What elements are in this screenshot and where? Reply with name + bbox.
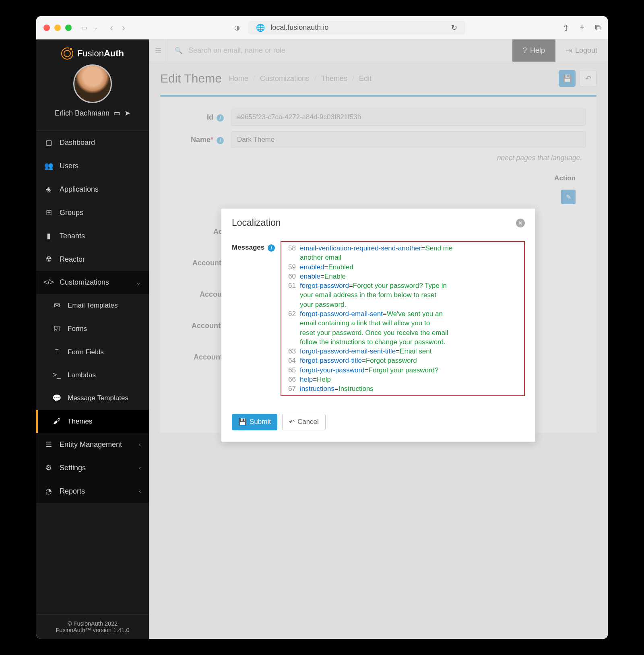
nav-themes[interactable]: 🖌Themes: [36, 410, 149, 433]
tabs-icon[interactable]: ⧉: [595, 23, 601, 33]
nav-email-templates[interactable]: ✉Email Templates: [36, 294, 149, 317]
modal-overlay: Localization ✕ Messages i 58email-verifi…: [149, 39, 608, 639]
nav-forward-icon[interactable]: ›: [122, 22, 125, 33]
terminal-icon: >_: [52, 371, 61, 379]
new-tab-icon[interactable]: +: [580, 23, 584, 33]
version: FusionAuth™ version 1.41.0: [36, 627, 149, 633]
window-maximize-icon[interactable]: [65, 25, 72, 31]
id-card-icon[interactable]: ▭: [114, 109, 120, 118]
nav-entity-management[interactable]: ☰Entity Management ‹: [36, 433, 149, 456]
brush-icon: 🖌: [52, 417, 61, 426]
refresh-icon[interactable]: ↻: [451, 23, 457, 32]
chevron-left-icon: ‹: [139, 441, 141, 448]
check-icon: ☑: [52, 324, 61, 333]
sidebar-toggle-icon[interactable]: ▭: [81, 24, 87, 31]
modal-close-button[interactable]: ✕: [516, 219, 525, 227]
envelope-icon: ✉: [52, 301, 61, 310]
browser-chrome: ▭ ⌄ ‹ › ◑ 🌐 local.fusionauth.io ↻ ⇧ + ⧉: [36, 16, 608, 39]
nav-reports[interactable]: ◔Reports ‹: [36, 479, 149, 503]
nav-forms[interactable]: ☑Forms: [36, 317, 149, 341]
brand-logo: FusionAuth: [36, 48, 149, 60]
users-icon: 👥: [44, 161, 53, 170]
undo-icon: ↶: [289, 418, 295, 426]
nav-applications[interactable]: ◈Applications: [36, 178, 149, 201]
localization-modal: Localization ✕ Messages i 58email-verifi…: [221, 209, 535, 442]
nav-lambdas[interactable]: >_Lambdas: [36, 364, 149, 386]
cursor-icon: 𝙸: [52, 348, 61, 356]
chevron-left-icon: ‹: [139, 488, 141, 494]
modal-title: Localization: [232, 217, 281, 228]
comment-icon: 💬: [52, 394, 61, 403]
shield-icon[interactable]: ◑: [234, 24, 240, 31]
logo-icon: [61, 48, 73, 60]
reactor-icon: ☢: [44, 255, 53, 264]
nav-users[interactable]: 👥Users: [36, 154, 149, 178]
dashboard-icon: ▢: [44, 138, 53, 147]
address-bar[interactable]: 🌐 local.fusionauth.io ↻: [248, 21, 465, 35]
username: Erlich Bachmann: [55, 109, 109, 118]
chevron-left-icon: ‹: [139, 465, 141, 471]
submit-button[interactable]: 💾Submit: [232, 414, 277, 430]
save-icon: 💾: [238, 418, 247, 426]
nav-groups[interactable]: ⊞Groups: [36, 201, 149, 224]
copyright: © FusionAuth 2022: [36, 620, 149, 627]
share-icon[interactable]: ⇧: [562, 23, 569, 33]
sliders-icon: ⚙: [44, 463, 53, 472]
nav-reactor[interactable]: ☢Reactor: [36, 248, 149, 271]
list-icon: ☰: [44, 440, 53, 449]
pie-chart-icon: ◔: [44, 487, 53, 496]
messages-label: Messages: [232, 244, 264, 251]
cancel-button[interactable]: ↶Cancel: [282, 414, 326, 430]
nav-dashboard[interactable]: ▢Dashboard: [36, 131, 149, 154]
info-icon[interactable]: i: [268, 244, 275, 252]
sitemap-icon: ⊞: [44, 208, 53, 217]
sidebar: FusionAuth Erlich Bachmann ▭ ➤ ▢Dashboar…: [36, 39, 149, 639]
code-icon: </>: [44, 278, 53, 287]
nav-customizations[interactable]: </>Customizations ⌄: [36, 271, 149, 294]
window-close-icon[interactable]: [43, 25, 50, 31]
avatar[interactable]: [73, 64, 112, 103]
nav-form-fields[interactable]: 𝙸Form Fields: [36, 341, 149, 364]
chevron-down-icon: ⌄: [136, 279, 141, 286]
location-icon[interactable]: ➤: [124, 109, 130, 118]
chevron-down-icon[interactable]: ⌄: [94, 25, 98, 31]
building-icon: ▮: [44, 231, 53, 240]
messages-editor[interactable]: 58email-verification-required-send-anoth…: [281, 241, 525, 396]
nav-tenants[interactable]: ▮Tenants: [36, 224, 149, 248]
nav-settings[interactable]: ⚙Settings ‹: [36, 456, 149, 479]
globe-icon: 🌐: [256, 23, 265, 32]
cube-icon: ◈: [44, 185, 53, 194]
window-minimize-icon[interactable]: [54, 25, 61, 31]
nav-message-templates[interactable]: 💬Message Templates: [36, 386, 149, 410]
nav-back-icon[interactable]: ‹: [110, 22, 113, 33]
url-text: local.fusionauth.io: [270, 23, 328, 32]
